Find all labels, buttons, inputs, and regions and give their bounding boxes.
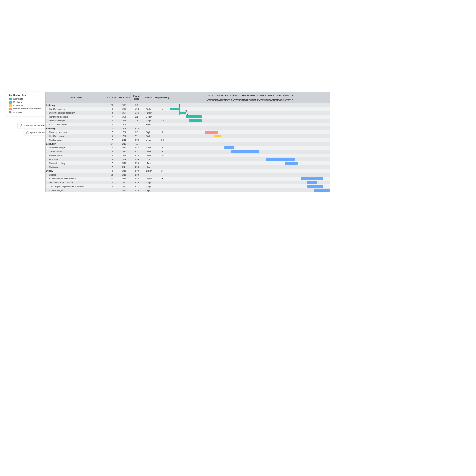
task-row[interactable]: Closure163/193/29 xyxy=(46,173,330,177)
task-row[interactable]: Determine scope31/292/1Megan1, 2 xyxy=(46,119,330,123)
col-finish[interactable]: Finish date xyxy=(131,92,143,103)
cell-owner xyxy=(143,173,155,177)
week-label: Feb 11 xyxy=(233,93,241,98)
gantt-bar[interactable] xyxy=(231,150,259,153)
cell-task: Document project closure xyxy=(46,181,107,184)
task-row[interactable]: Write code163/43/14Sam11 xyxy=(46,157,330,161)
cell-dependency: 8 xyxy=(155,146,170,150)
cell-task: Closure xyxy=(46,173,107,177)
task-row[interactable]: Document project closure33/213/25Megan xyxy=(46,181,330,184)
week-column: Jan 28MTWTHF xyxy=(215,93,224,102)
task-row[interactable]: Fix issues73/143/18Sam xyxy=(46,165,330,169)
gantt-bar[interactable] xyxy=(285,162,298,165)
cell-owner: Taylor xyxy=(143,130,155,134)
task-row[interactable]: Sign project charter22/42/4Bryce xyxy=(46,123,330,126)
cell-duration: 2 xyxy=(107,184,118,188)
gantt-bar[interactable] xyxy=(266,158,295,161)
gantt-bar[interactable] xyxy=(205,131,218,134)
col-duration[interactable]: Duration xyxy=(107,92,118,103)
cell-timeline xyxy=(170,138,330,142)
cell-start: 1/21 xyxy=(118,103,131,107)
task-row[interactable]: Create project plan72/52/8Taylor5 xyxy=(46,130,330,134)
gantt-legend: Gantt chart key CompleteOn trackIn troub… xyxy=(6,92,47,116)
task-row[interactable]: Analyze project performance143/193/27Tay… xyxy=(46,177,330,181)
section-row[interactable]: Initiating121/212/2 xyxy=(46,103,330,107)
cell-timeline xyxy=(170,169,330,173)
gantt-rows: Initiating121/212/2Identify objective41/… xyxy=(45,103,330,192)
gantt-bar[interactable] xyxy=(214,135,221,137)
cell-start: 2/5 xyxy=(118,130,131,134)
cell-owner: Megan xyxy=(143,119,155,123)
gantt-bar[interactable] xyxy=(301,177,323,180)
week-label: Feb 25 xyxy=(250,93,259,98)
task-row[interactable]: Determine project feasibility21/241/25Ta… xyxy=(46,111,330,115)
cell-finish: 2/8 xyxy=(131,130,143,134)
gantt-bar[interactable] xyxy=(307,181,317,184)
legend-item: In trouble xyxy=(9,104,44,107)
task-row[interactable]: Identify stakeholders71/282/1Megan xyxy=(46,115,330,119)
cell-duration: 6 xyxy=(107,134,118,138)
cell-duration: 14 xyxy=(107,177,118,181)
cell-start: 3/19 xyxy=(118,173,131,177)
task-row[interactable]: Identify objective41/211/23Taylor1 xyxy=(46,107,330,111)
legend-label: Needs immediate attention xyxy=(13,107,41,110)
legend-item-milestone: Milestone xyxy=(9,111,44,114)
week-label: Feb 18 xyxy=(241,93,250,98)
cell-duration: 7 xyxy=(107,115,118,119)
cell-task: Determine project feasibility xyxy=(46,111,107,115)
section-row[interactable]: Planning152/52/12 xyxy=(46,126,330,130)
task-row[interactable]: Conduct post-implementation reviews23/21… xyxy=(46,184,330,188)
section-row[interactable]: Execution142/134/3 xyxy=(46,142,330,146)
day-label: TH xyxy=(237,98,240,102)
task-row[interactable]: Create mocks62/152/27Sean9 xyxy=(46,150,330,154)
cell-duration: 14 xyxy=(107,142,118,146)
gantt-bar[interactable] xyxy=(307,185,323,188)
cell-task: Conduct post-implementation reviews xyxy=(46,184,107,188)
gantt-bar[interactable] xyxy=(179,112,186,114)
section-row[interactable]: Deploy03/193/19Brady14 xyxy=(46,169,330,173)
gantt-bar[interactable] xyxy=(186,115,202,118)
col-start[interactable]: Start date xyxy=(118,92,131,103)
cell-start: 2/13 xyxy=(118,146,131,150)
task-row[interactable]: Complete testing73/123/15Jade xyxy=(46,161,330,165)
legend-item: Complete xyxy=(9,98,44,100)
week-column: Mar 4MTWTHF xyxy=(259,93,267,102)
task-row[interactable]: Finalize mocks82/282/28Sean10 xyxy=(46,154,330,157)
cell-owner xyxy=(143,142,155,146)
col-task[interactable]: Task name xyxy=(46,92,107,103)
cell-owner: Megan xyxy=(143,115,155,119)
task-row[interactable]: Review budget73/253/29Taylor xyxy=(46,188,330,192)
cell-dependency: 11 xyxy=(155,157,170,161)
cell-dependency xyxy=(155,103,170,107)
cell-owner: Taylor xyxy=(143,177,155,181)
col-dependency[interactable]: Dependency xyxy=(155,92,170,103)
task-row[interactable]: Finalize budget72/122/12Megan6, 7 xyxy=(46,138,330,142)
legend-item: On track xyxy=(9,101,44,104)
cell-timeline xyxy=(170,119,330,123)
task-row[interactable]: Identify resources62/82/11Taylor xyxy=(46,134,330,138)
day-label: TH xyxy=(289,98,292,102)
gantt-bar[interactable] xyxy=(170,108,179,110)
col-owner[interactable]: Owner xyxy=(143,92,155,103)
cell-timeline xyxy=(170,107,330,111)
gantt-bar[interactable] xyxy=(189,119,202,122)
gantt-bar[interactable] xyxy=(224,146,234,149)
cell-dependency: 5 xyxy=(155,130,170,134)
cell-start: 2/13 xyxy=(118,142,131,146)
cell-owner xyxy=(143,126,155,130)
cell-dependency xyxy=(155,184,170,188)
task-row[interactable]: Research design52/132/15Sean8 xyxy=(46,146,330,150)
day-label: F xyxy=(214,98,215,102)
week-label: Mar 18 xyxy=(276,93,284,98)
cell-task: Sign project charter xyxy=(46,123,107,126)
cell-finish: 2/28 xyxy=(131,154,143,157)
gantt-bar[interactable] xyxy=(314,189,330,192)
legend-label: On track xyxy=(13,101,22,104)
cell-start: 2/4 xyxy=(118,123,131,126)
week-column: Feb 25MTWTHF xyxy=(250,93,259,102)
cell-start: 3/21 xyxy=(118,181,131,184)
cell-dependency xyxy=(155,165,170,169)
cell-duration: 3 xyxy=(107,119,118,123)
legend-swatch xyxy=(9,98,12,100)
cell-start: 2/5 xyxy=(118,126,131,130)
